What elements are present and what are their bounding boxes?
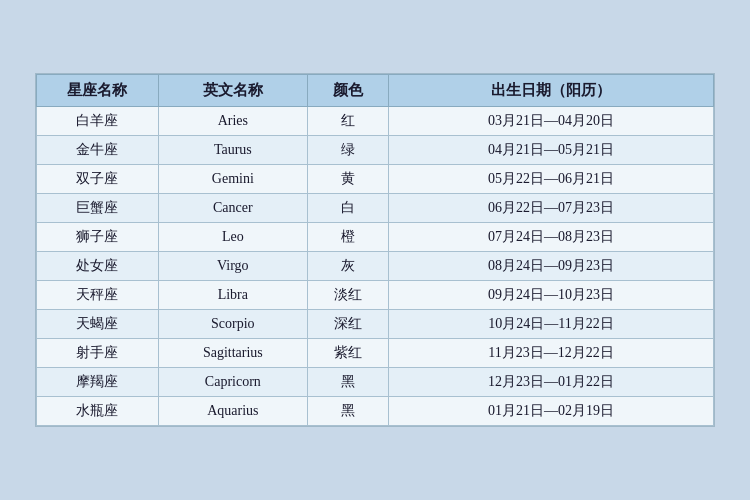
cell-color: 橙 [307, 223, 388, 252]
cell-color: 黑 [307, 397, 388, 426]
cell-date: 07月24日—08月23日 [389, 223, 714, 252]
cell-chinese: 金牛座 [37, 136, 159, 165]
zodiac-table: 星座名称 英文名称 颜色 出生日期（阳历） 白羊座Aries红03月21日—04… [36, 74, 714, 426]
cell-english: Scorpio [158, 310, 307, 339]
table-row: 摩羯座Capricorn黑12月23日—01月22日 [37, 368, 714, 397]
table-row: 狮子座Leo橙07月24日—08月23日 [37, 223, 714, 252]
cell-date: 06月22日—07月23日 [389, 194, 714, 223]
cell-chinese: 狮子座 [37, 223, 159, 252]
cell-date: 03月21日—04月20日 [389, 107, 714, 136]
cell-english: Libra [158, 281, 307, 310]
table-header-row: 星座名称 英文名称 颜色 出生日期（阳历） [37, 75, 714, 107]
cell-english: Aquarius [158, 397, 307, 426]
cell-color: 淡红 [307, 281, 388, 310]
table-row: 天秤座Libra淡红09月24日—10月23日 [37, 281, 714, 310]
cell-chinese: 天蝎座 [37, 310, 159, 339]
cell-english: Leo [158, 223, 307, 252]
cell-color: 白 [307, 194, 388, 223]
cell-english: Gemini [158, 165, 307, 194]
cell-color: 红 [307, 107, 388, 136]
cell-date: 10月24日—11月22日 [389, 310, 714, 339]
cell-english: Virgo [158, 252, 307, 281]
cell-english: Capricorn [158, 368, 307, 397]
table-row: 处女座Virgo灰08月24日—09月23日 [37, 252, 714, 281]
cell-chinese: 处女座 [37, 252, 159, 281]
cell-color: 深红 [307, 310, 388, 339]
cell-english: Taurus [158, 136, 307, 165]
cell-color: 黄 [307, 165, 388, 194]
cell-chinese: 白羊座 [37, 107, 159, 136]
cell-date: 12月23日—01月22日 [389, 368, 714, 397]
cell-chinese: 水瓶座 [37, 397, 159, 426]
cell-chinese: 双子座 [37, 165, 159, 194]
cell-color: 灰 [307, 252, 388, 281]
cell-date: 09月24日—10月23日 [389, 281, 714, 310]
header-date: 出生日期（阳历） [389, 75, 714, 107]
cell-color: 黑 [307, 368, 388, 397]
cell-date: 08月24日—09月23日 [389, 252, 714, 281]
header-chinese: 星座名称 [37, 75, 159, 107]
cell-date: 11月23日—12月22日 [389, 339, 714, 368]
table-row: 巨蟹座Cancer白06月22日—07月23日 [37, 194, 714, 223]
table-row: 白羊座Aries红03月21日—04月20日 [37, 107, 714, 136]
zodiac-table-container: 星座名称 英文名称 颜色 出生日期（阳历） 白羊座Aries红03月21日—04… [35, 73, 715, 427]
cell-english: Sagittarius [158, 339, 307, 368]
cell-date: 05月22日—06月21日 [389, 165, 714, 194]
cell-chinese: 天秤座 [37, 281, 159, 310]
table-row: 金牛座Taurus绿04月21日—05月21日 [37, 136, 714, 165]
table-row: 天蝎座Scorpio深红10月24日—11月22日 [37, 310, 714, 339]
cell-english: Aries [158, 107, 307, 136]
cell-chinese: 射手座 [37, 339, 159, 368]
header-color: 颜色 [307, 75, 388, 107]
cell-date: 01月21日—02月19日 [389, 397, 714, 426]
table-row: 双子座Gemini黄05月22日—06月21日 [37, 165, 714, 194]
cell-date: 04月21日—05月21日 [389, 136, 714, 165]
cell-color: 绿 [307, 136, 388, 165]
header-english: 英文名称 [158, 75, 307, 107]
table-row: 水瓶座Aquarius黑01月21日—02月19日 [37, 397, 714, 426]
table-row: 射手座Sagittarius紫红11月23日—12月22日 [37, 339, 714, 368]
cell-chinese: 摩羯座 [37, 368, 159, 397]
cell-color: 紫红 [307, 339, 388, 368]
cell-chinese: 巨蟹座 [37, 194, 159, 223]
table-body: 白羊座Aries红03月21日—04月20日金牛座Taurus绿04月21日—0… [37, 107, 714, 426]
cell-english: Cancer [158, 194, 307, 223]
